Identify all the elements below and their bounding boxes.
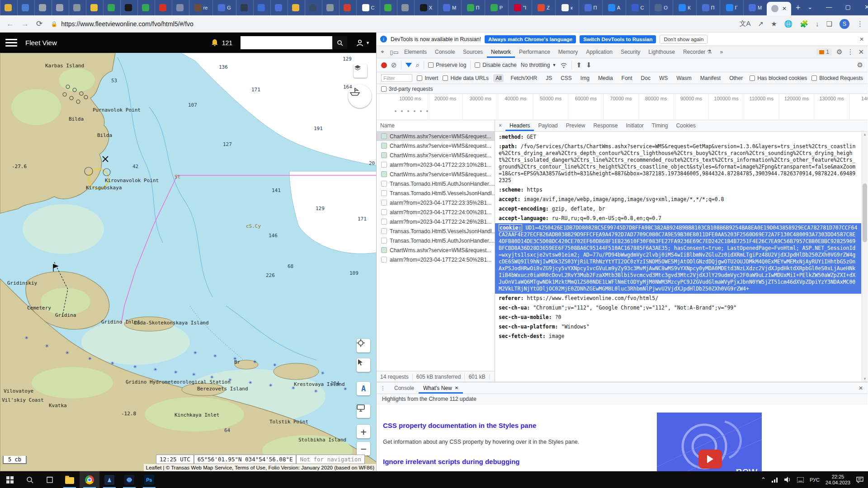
filter-type-chip[interactable]: CSS	[558, 74, 574, 82]
lock-icon[interactable]: 🔒	[51, 21, 57, 27]
device-toolbar-icon[interactable]: ▯▭	[388, 49, 400, 56]
browser-tab[interactable]: О	[649, 0, 673, 15]
whatsnew-tab-close-icon[interactable]: ✕	[455, 385, 458, 390]
detail-scrollbar[interactable]: ▲▼	[862, 131, 868, 382]
browser-tab[interactable]	[103, 0, 120, 15]
network-icon[interactable]	[772, 477, 778, 483]
browser-tab[interactable]: C	[356, 0, 380, 15]
preserve-log-checkbox[interactable]: Preserve log	[428, 62, 466, 68]
maximize-button[interactable]: ▢	[839, 0, 858, 14]
active-browser-tab[interactable]: ✕	[767, 2, 791, 15]
request-row[interactable]: Transas.Tornado.Html5.VesselsJsonHandl..…	[377, 226, 495, 236]
infobar-close-icon[interactable]: ✕	[859, 36, 864, 42]
detail-tab[interactable]: Response	[589, 120, 622, 131]
tab-search-icon[interactable]: ⌄	[801, 0, 820, 14]
request-row[interactable]: alarm?from=2023-04-17T22:24:26%2B1...	[377, 217, 495, 226]
browser-tab[interactable]	[172, 0, 189, 15]
browser-tab[interactable]: П	[461, 0, 485, 15]
header-line[interactable]: accept-encoding: gzip, deflate, br	[495, 204, 861, 214]
filter-input[interactable]: Filter	[381, 74, 412, 82]
browser-tab[interactable]: С	[626, 0, 649, 15]
inspect-element-icon[interactable]: ⌖	[377, 48, 388, 56]
issues-badge[interactable]: 1	[816, 48, 832, 56]
third-party-checkbox[interactable]: 3rd-party requests	[381, 86, 433, 92]
reload-icon[interactable]: ⟳	[36, 19, 42, 28]
network-settings-gear-icon[interactable]: ⚙	[857, 61, 863, 69]
switch-russian-button[interactable]: Switch DevTools to Russian	[580, 35, 656, 43]
start-button[interactable]	[0, 471, 20, 488]
vessel-search-input[interactable]	[241, 36, 332, 49]
browser-tab[interactable]: "I	[508, 0, 532, 15]
tab-close-icon[interactable]: ✕	[782, 5, 787, 12]
detail-tab[interactable]: Payload	[534, 120, 561, 131]
header-line[interactable]: sec-ch-ua: "Chromium";v="112", "Google C…	[495, 303, 861, 313]
browser-tab[interactable]: к	[555, 0, 579, 15]
new-tab-button[interactable]: +	[796, 3, 801, 13]
url-text[interactable]: https://www.fleetviewonline.com/fvo/html…	[61, 20, 193, 28]
layers-control[interactable]	[354, 64, 367, 78]
detail-tab[interactable]: Initiator	[622, 120, 647, 131]
browser-tab[interactable]	[322, 0, 339, 15]
browser-tab[interactable]	[137, 0, 155, 15]
profile-avatar[interactable]: S	[840, 19, 849, 29]
forward-icon[interactable]: →	[21, 19, 29, 28]
devtools-tab[interactable]: Memory	[554, 46, 582, 58]
drawer-kebab-icon[interactable]: ⋮	[377, 385, 390, 391]
request-row[interactable]: alarm?from=2023-04-17T22:24:00%2B1...	[377, 207, 495, 217]
header-line[interactable]: :scheme: https	[495, 185, 861, 195]
taskbar-app2-button[interactable]	[119, 471, 139, 488]
translate-icon[interactable]: 文A	[740, 19, 751, 28]
filter-type-chip[interactable]: WS	[657, 74, 670, 82]
request-row[interactable]: Transas.Tornado.Html5.VesselsJsonHandl..…	[377, 188, 495, 198]
taskbar-app1-button[interactable]	[99, 471, 119, 488]
header-line[interactable]: sec-ch-ua-mobile: ?0	[495, 313, 861, 322]
browser-tab[interactable]: Р	[485, 0, 508, 15]
blocked-requests-checkbox[interactable]: Blocked Requests	[811, 75, 863, 81]
downloads-icon[interactable]: ↓	[816, 20, 819, 28]
browser-tab[interactable]: М	[743, 0, 767, 15]
browser-tab[interactable]	[86, 0, 103, 15]
filter-type-chip[interactable]: Img	[578, 74, 592, 82]
filter-type-chip[interactable]: JS	[543, 74, 554, 82]
filter-funnel-icon[interactable]	[406, 63, 412, 67]
filter-type-all[interactable]: All	[493, 74, 504, 82]
browser-tab[interactable]: П	[579, 0, 602, 15]
detail-scrollbar-thumb[interactable]	[863, 183, 867, 242]
globe-icon[interactable]: 🌐	[784, 20, 793, 28]
detail-tab[interactable]: Preview	[562, 120, 590, 131]
header-line[interactable]: cookie: UD1=4250426E1DB7DD8082BC5E99745D…	[495, 223, 861, 294]
scroll-up-icon[interactable]: ▲	[863, 132, 867, 136]
request-row[interactable]: ChartWms.ashx?service=WMS&request...	[377, 131, 495, 141]
request-row[interactable]: alarm?from=2023-04-17T22:23:10%2B1...	[377, 160, 495, 169]
browser-tab[interactable]: Z	[532, 0, 555, 15]
taskbar-chrome-button[interactable]	[80, 471, 99, 488]
search-button[interactable]	[332, 36, 347, 49]
settings-gear-icon[interactable]: ⚙	[836, 48, 842, 56]
request-row[interactable]: Transas.Tornado.Html5.AuthJsonHandler...…	[377, 236, 495, 245]
user-menu[interactable]: ▼	[355, 38, 370, 47]
request-row[interactable]: alarm?from=2023-04-17T22:23:35%2B1...	[377, 198, 495, 207]
touch-keyboard-icon[interactable]	[797, 477, 804, 483]
import-har-icon[interactable]: ⬆	[576, 61, 582, 69]
filter-type-chip[interactable]: Wasm	[674, 74, 694, 82]
browser-tab[interactable]	[270, 0, 288, 15]
measure-control[interactable]	[357, 358, 370, 372]
tray-chevron-icon[interactable]: ⌃	[761, 476, 766, 483]
bookmark-star-icon[interactable]: ★	[771, 20, 777, 28]
attribution-part[interactable]: Transas Web Map Service	[171, 465, 232, 470]
browser-tab[interactable]: П	[696, 0, 720, 15]
share-icon[interactable]: ↗	[758, 20, 764, 28]
devtools-tab[interactable]: Lighthouse	[644, 46, 679, 58]
hamburger-menu-icon[interactable]	[5, 39, 17, 47]
zoom-in-control[interactable]: +	[357, 425, 370, 438]
devtools-tab[interactable]: Performance	[515, 46, 554, 58]
browser-tab[interactable]: К	[673, 0, 696, 15]
header-line[interactable]: accept-language: ru-RU,ru;q=0.9,en-US;q=…	[495, 214, 861, 223]
devtools-tab[interactable]: Network	[487, 46, 515, 58]
taskbar-search-button[interactable]	[20, 471, 40, 488]
browser-tab[interactable]: G	[212, 0, 236, 15]
filter-type-chip[interactable]: Other	[727, 74, 745, 82]
browser-tab[interactable]	[120, 0, 137, 15]
browser-tab[interactable]	[305, 0, 322, 15]
request-row[interactable]: ChartWms.ashx?service=WMS&request...	[377, 169, 495, 179]
